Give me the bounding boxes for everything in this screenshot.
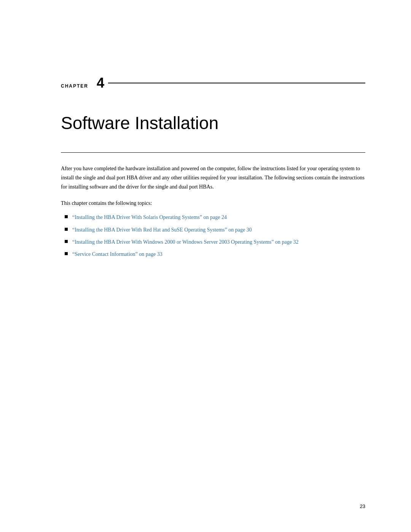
link-service[interactable]: “Service Contact Information” on page 33 xyxy=(72,250,162,259)
bullet-icon xyxy=(65,215,68,218)
chapter-label: CHAPTER xyxy=(61,83,88,89)
intro-paragraph: After you have completed the hardware in… xyxy=(61,164,365,191)
list-item: “Service Contact Information” on page 33 xyxy=(65,250,365,259)
content-area: CHAPTER 4 Software Installation After yo… xyxy=(61,0,365,259)
link-windows[interactable]: “Installing the HBA Driver With Windows … xyxy=(72,238,298,246)
list-item: “Installing the HBA Driver With Red Hat … xyxy=(65,226,365,234)
bullet-icon xyxy=(65,228,68,231)
topics-intro: This chapter contains the following topi… xyxy=(61,199,365,208)
chapter-label-number: CHAPTER 4 xyxy=(61,76,104,90)
bullet-icon xyxy=(65,240,68,243)
bullet-icon xyxy=(65,252,68,255)
list-item: “Installing the HBA Driver With Windows … xyxy=(65,238,365,246)
page-number: 23 xyxy=(360,503,365,509)
divider-rule xyxy=(61,152,365,153)
list-item: “Installing the HBA Driver With Solaris … xyxy=(65,213,365,222)
link-redhat[interactable]: “Installing the HBA Driver With Red Hat … xyxy=(72,226,252,234)
chapter-title: Software Installation xyxy=(61,113,365,133)
link-solaris[interactable]: “Installing the HBA Driver With Solaris … xyxy=(72,213,227,222)
chapter-number: 4 xyxy=(97,76,104,90)
bullet-list: “Installing the HBA Driver With Solaris … xyxy=(65,213,365,259)
chapter-rule xyxy=(108,83,365,83)
chapter-header: CHAPTER 4 xyxy=(61,76,365,90)
page-container: CHAPTER 4 Software Installation After yo… xyxy=(0,0,411,532)
